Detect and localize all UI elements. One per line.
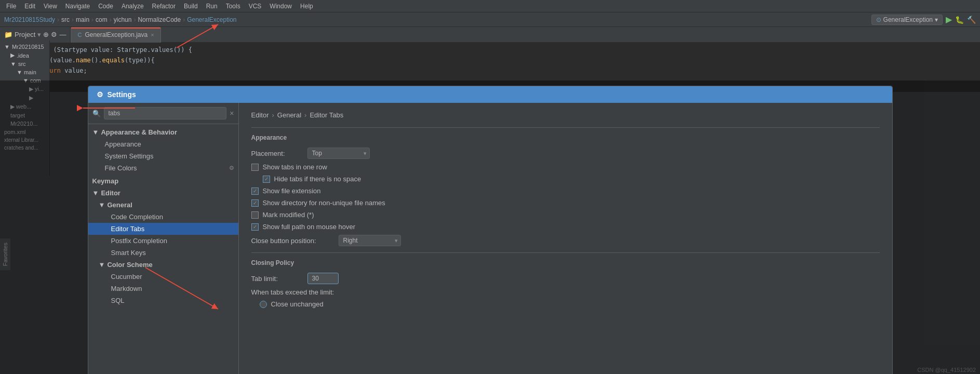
breadcrumb-class: GeneralException [187, 16, 236, 23]
file-tab-generalexception[interactable]: C GeneralException.java × [71, 27, 160, 43]
menu-vcs[interactable]: VCS [245, 2, 266, 11]
menu-help[interactable]: Help [296, 2, 317, 11]
menu-analyze[interactable]: Analyze [117, 2, 148, 11]
close-button-row: Close button position: Right Left None [251, 235, 880, 246]
settings-breadcrumb: Editor › General › Editor Tabs [251, 111, 880, 119]
menu-navigate[interactable]: Navigate [61, 2, 94, 11]
search-clear-btn[interactable]: × [230, 109, 234, 117]
tab-bar: 📁 Project ▾ ⊕ ⚙ — C GeneralException.jav… [0, 27, 980, 43]
tree-area: ▼ Appearance & Behavior Appearance Syste… [88, 124, 238, 374]
search-input[interactable] [104, 107, 227, 119]
show-tabs-label: Show tabs in one row [263, 163, 327, 171]
toolbar-right: ⊙ GeneralException ▾ ▶ 🐛 🔨 [871, 15, 976, 25]
folder-icon: 📁 [4, 31, 12, 38]
close-unchanged-radio[interactable] [260, 301, 267, 308]
placement-row: Placement: Top Bottom Left Right [251, 148, 880, 159]
menu-file[interactable]: File [2, 2, 20, 11]
sidebar-item-markdown[interactable]: Markdown [88, 283, 238, 295]
mark-modified-checkbox[interactable] [251, 211, 259, 219]
breadcrumb-normalize: NormalizeCode [138, 16, 181, 23]
settings-dialog-overlay: ⚙ Settings 🔍 × ▼ [0, 81, 980, 374]
breadcrumb-yichun: yichun [114, 16, 132, 23]
dialog-title-bar: ⚙ Settings [88, 86, 892, 103]
sidebar-item-postfix-completion[interactable]: Postfix Completion [88, 235, 238, 247]
hide-tabs-label: Hide tabs if there is no space [274, 175, 361, 183]
appearance-behavior-header[interactable]: ▼ Appearance & Behavior [88, 126, 238, 138]
sidebar-item-system-settings[interactable]: System Settings [88, 150, 238, 162]
expand-icon: ▼ [92, 128, 99, 136]
breadcrumb-editor: Editor [251, 111, 269, 119]
tree-section-editor: ▼ Editor ▼ General Code Completion Edito… [88, 187, 238, 306]
placement-select-wrapper: Top Bottom Left Right [307, 148, 370, 159]
run-config-label: GeneralException [883, 16, 933, 23]
tab-filename: GeneralException.java [85, 31, 147, 38]
show-tabs-row: Show tabs in one row [251, 163, 880, 171]
close-button-label: Close button position: [251, 237, 334, 245]
sidebar-item-code-completion[interactable]: Code Completion [88, 211, 238, 223]
tree-section-appearance: ▼ Appearance & Behavior Appearance Syste… [88, 126, 238, 174]
sidebar-item-editor-tabs[interactable]: Editor Tabs [88, 223, 238, 235]
settings-main-content: Editor › General › Editor Tabs Appearanc… [239, 103, 892, 374]
breadcrumb-general: General [277, 111, 301, 119]
sidebar-item-sql[interactable]: SQL [88, 295, 238, 306]
project-dropdown[interactable]: ▾ [37, 31, 41, 38]
menu-view[interactable]: View [39, 2, 61, 11]
dialog-title: Settings [108, 90, 136, 99]
run-config-arrow: ▾ [935, 16, 938, 23]
show-dir-checkbox[interactable] [251, 199, 259, 207]
tab-close-button[interactable]: × [151, 32, 154, 38]
menu-window[interactable]: Window [265, 2, 296, 11]
show-ext-label: Show file extension [263, 187, 321, 195]
settings-sidebar: 🔍 × ▼ Appearance & Behavior Appearance S [88, 103, 239, 374]
general-subsection-header[interactable]: ▼ General [88, 199, 238, 211]
placement-label: Placement: [251, 150, 303, 157]
sidebar-item-keymap[interactable]: Keymap [88, 175, 238, 187]
hide-tabs-checkbox[interactable] [263, 176, 270, 183]
color-scheme-label: Color Scheme [107, 261, 152, 269]
menu-code[interactable]: Code [94, 2, 117, 11]
color-scheme-subsection-header[interactable]: ▼ Color Scheme [88, 259, 238, 271]
breadcrumb-editor-tabs: Editor Tabs [310, 111, 343, 119]
tab-limit-input[interactable] [307, 273, 339, 284]
close-button-select[interactable]: Right Left None [339, 235, 401, 246]
close-unchanged-row: Close unchanged [251, 300, 880, 308]
settings-icon[interactable]: ⚙ [51, 31, 57, 38]
menu-build[interactable]: Build [180, 2, 202, 11]
mark-modified-row: Mark modified (*) [251, 211, 880, 219]
show-path-label: Show full path on mouse hover [263, 223, 356, 231]
color-scheme-expand-icon: ▼ [99, 261, 105, 269]
search-icon: 🔍 [92, 110, 101, 117]
run-config-dropdown[interactable]: ⊙ GeneralException ▾ [871, 15, 943, 25]
build-button[interactable]: 🔨 [967, 16, 976, 24]
show-ext-row: Show file extension [251, 187, 880, 195]
close-button-select-wrapper: Right Left None [339, 235, 401, 246]
settings-gear-icon: ⚙ [97, 90, 103, 99]
show-dir-row: Show directory for non-unique file names [251, 199, 880, 207]
editor-header[interactable]: ▼ Editor [88, 187, 238, 199]
sidebar-item-smart-keys[interactable]: Smart Keys [88, 247, 238, 259]
show-path-checkbox[interactable] [251, 223, 259, 231]
menu-bar: File Edit View Navigate Code Analyze Ref… [0, 0, 980, 12]
show-ext-checkbox[interactable] [251, 188, 259, 195]
menu-tools[interactable]: Tools [222, 2, 245, 11]
breadcrumb-project: Mr20210815Study [4, 16, 55, 23]
add-icon[interactable]: ⊕ [43, 31, 49, 38]
minus-icon[interactable]: — [59, 31, 66, 38]
breadcrumb-com: com [96, 16, 108, 23]
sidebar-item-cucumber[interactable]: Cucumber [88, 271, 238, 283]
closing-policy-header: Closing Policy [251, 259, 880, 266]
placement-select[interactable]: Top Bottom Left Right [307, 148, 370, 159]
menu-edit[interactable]: Edit [20, 2, 39, 11]
menu-refactor[interactable]: Refactor [148, 2, 180, 11]
menu-run[interactable]: Run [202, 2, 222, 11]
sidebar-item-file-colors[interactable]: File Colors ⚙ [88, 162, 238, 174]
breadcrumb-main: main [76, 16, 89, 23]
when-exceed-label: When tabs exceed the limit: [251, 288, 334, 296]
breadcrumb-src: src [61, 16, 70, 23]
sidebar-item-appearance[interactable]: Appearance [88, 138, 238, 150]
search-box: 🔍 × [88, 103, 238, 124]
show-tabs-checkbox[interactable] [251, 164, 259, 171]
breadcrumb-bar: Mr20210815Study › src › main › com › yic… [0, 12, 980, 27]
debug-button[interactable]: 🐛 [955, 16, 964, 24]
run-button[interactable]: ▶ [946, 15, 952, 24]
